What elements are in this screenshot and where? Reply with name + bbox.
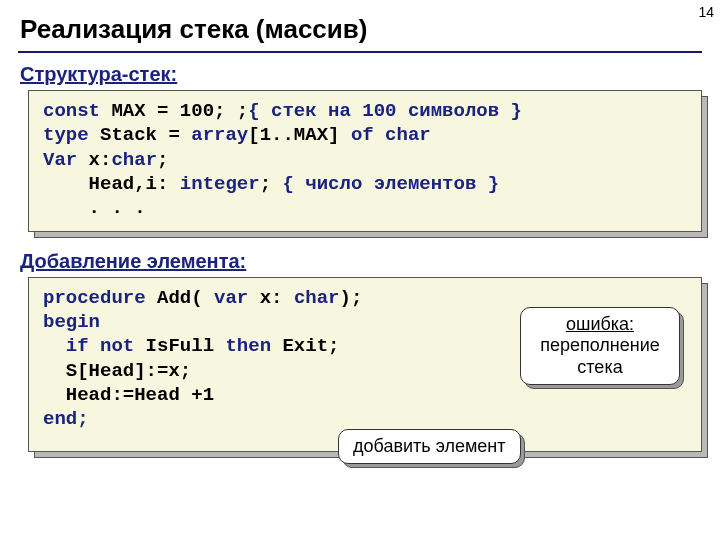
code: S[Head]:=x;	[43, 360, 191, 382]
code: ;	[157, 149, 168, 171]
code: Add(	[146, 287, 214, 309]
code: );	[339, 287, 362, 309]
kw: type	[43, 124, 89, 146]
callout-error-line1: ошибка:	[566, 314, 634, 334]
kw: if not	[43, 335, 134, 357]
callout-add: добавить элемент	[338, 429, 521, 465]
kw: char	[111, 149, 157, 171]
kw: begin	[43, 311, 100, 333]
code-struct: const MAX = 100; ;{ стек на 100 символов…	[28, 90, 702, 232]
code: Stack =	[89, 124, 192, 146]
code: Head,i:	[43, 173, 180, 195]
code: [1..MAX]	[248, 124, 351, 146]
kw: Var	[43, 149, 89, 171]
code: x:	[89, 149, 112, 171]
kw: const	[43, 100, 100, 122]
callout-error: ошибка: переполнение стека	[520, 307, 680, 386]
code: ;	[260, 173, 283, 195]
code: MAX = 100; ;	[100, 100, 248, 122]
callout-body: ошибка: переполнение стека	[520, 307, 680, 386]
comment: { число элементов }	[282, 173, 499, 195]
kw: char	[294, 287, 340, 309]
callout-error-line3: стека	[577, 357, 622, 377]
kw: var	[214, 287, 248, 309]
kw: integer	[180, 173, 260, 195]
code: Head:=Head +1	[43, 384, 214, 406]
page-number: 14	[698, 4, 714, 20]
code-struct-wrap: const MAX = 100; ;{ стек на 100 символов…	[28, 90, 702, 232]
kw: array	[191, 124, 248, 146]
kw: end;	[43, 408, 89, 430]
page-title: Реализация стека (массив)	[0, 0, 720, 49]
kw: then	[225, 335, 271, 357]
section-struct-label: Структура-стек:	[20, 63, 720, 86]
comment: { стек на 100 символов }	[248, 100, 522, 122]
callout-add-text: добавить элемент	[353, 436, 506, 456]
code: IsFull	[134, 335, 225, 357]
kw: of char	[351, 124, 431, 146]
code-add-wrap: procedure Add( var x: char); begin if no…	[28, 277, 702, 453]
section-add-label: Добавление элемента:	[20, 250, 720, 273]
code: . . .	[43, 197, 146, 219]
callout-error-line2: переполнение	[540, 335, 660, 355]
code: x:	[248, 287, 294, 309]
callout-body: добавить элемент	[338, 429, 521, 465]
code: Exit;	[271, 335, 339, 357]
kw: procedure	[43, 287, 146, 309]
title-rule	[18, 51, 702, 53]
